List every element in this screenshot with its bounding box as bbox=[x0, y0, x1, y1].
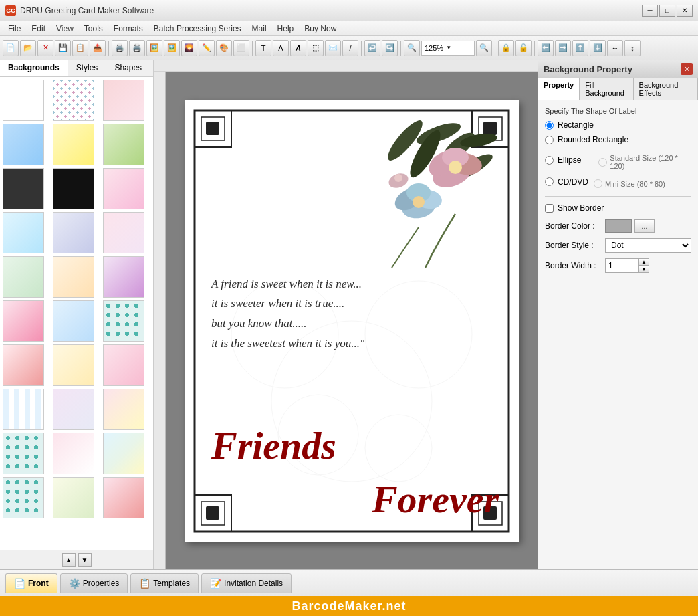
bg-thumb-24[interactable] bbox=[103, 389, 144, 430]
bg-thumb-11[interactable] bbox=[53, 212, 94, 253]
scroll-up[interactable]: ▲ bbox=[62, 553, 76, 567]
radio-mini-size[interactable] bbox=[594, 179, 602, 188]
border-color-swatch[interactable] bbox=[605, 219, 632, 233]
toolbar-save[interactable]: 💾 bbox=[55, 40, 71, 56]
bg-thumb-7[interactable] bbox=[3, 168, 44, 209]
menu-file[interactable]: File bbox=[3, 23, 26, 35]
bg-thumb-25[interactable] bbox=[3, 433, 44, 474]
toolbar-line[interactable]: / bbox=[342, 40, 358, 56]
toolbar-zoomin[interactable]: 🔍 bbox=[404, 40, 420, 56]
minimize-button[interactable]: ─ bbox=[642, 5, 658, 17]
toolbar-redo[interactable]: ↪️ bbox=[382, 40, 398, 56]
show-border-checkbox[interactable] bbox=[545, 204, 554, 213]
bg-thumb-22[interactable] bbox=[3, 389, 44, 430]
toolbar-open[interactable]: 📂 bbox=[20, 40, 36, 56]
toolbar-back[interactable]: ⬅️ bbox=[538, 40, 554, 56]
zoom-dropdown[interactable]: ▼ bbox=[446, 45, 451, 51]
toolbar-color[interactable]: 🎨 bbox=[216, 40, 232, 56]
border-color-picker-button[interactable]: ... bbox=[634, 219, 655, 233]
toolbar-print[interactable]: 🖨️ bbox=[112, 40, 128, 56]
toolbar-close-file[interactable]: ✕ bbox=[37, 40, 53, 56]
menu-help[interactable]: Help bbox=[272, 23, 300, 35]
menu-edit[interactable]: Edit bbox=[26, 23, 51, 35]
bg-thumb-1[interactable] bbox=[3, 80, 44, 121]
scroll-down[interactable]: ▼ bbox=[78, 553, 92, 567]
prop-tab-property[interactable]: Property bbox=[538, 78, 580, 100]
bg-thumb-17[interactable] bbox=[53, 300, 94, 342]
toolbar-save-as[interactable]: 📋 bbox=[72, 40, 88, 56]
toolbar-fwd[interactable]: ➡️ bbox=[555, 40, 571, 56]
bg-thumb-13[interactable] bbox=[3, 256, 44, 298]
toolbar-flip[interactable]: ↔️ bbox=[607, 40, 623, 56]
bg-thumb-5[interactable] bbox=[53, 124, 94, 165]
bg-thumb-8[interactable] bbox=[53, 168, 94, 209]
bottom-tab-front[interactable]: 📄 Front bbox=[5, 573, 57, 593]
menu-view[interactable]: View bbox=[51, 23, 79, 35]
backgrounds-scroll[interactable] bbox=[0, 77, 153, 550]
toolbar-email[interactable]: ✉️ bbox=[325, 40, 341, 56]
toolbar-img[interactable]: 🖼️ bbox=[146, 40, 162, 56]
menu-tools[interactable]: Tools bbox=[79, 23, 108, 35]
toolbar-new[interactable]: 📄 bbox=[3, 40, 19, 56]
toolbar-text[interactable]: T bbox=[255, 40, 271, 56]
bg-thumb-6[interactable] bbox=[103, 124, 144, 165]
bottom-tab-properties[interactable]: ⚙️ Properties bbox=[60, 573, 128, 593]
bg-thumb-23[interactable] bbox=[53, 389, 94, 430]
prop-tab-fill[interactable]: Fill Background bbox=[580, 78, 633, 100]
bottom-tab-templates[interactable]: 📋 Templates bbox=[130, 573, 199, 593]
bg-thumb-20[interactable] bbox=[53, 344, 94, 386]
toolbar-img2[interactable]: 🖼️ bbox=[164, 40, 180, 56]
toolbar-print2[interactable]: 🖨️ bbox=[129, 40, 145, 56]
toolbar-barcode[interactable]: ⬚ bbox=[308, 40, 324, 56]
menu-formats[interactable]: Formats bbox=[108, 23, 148, 35]
radio-ellipse[interactable] bbox=[545, 156, 554, 165]
bg-thumb-30[interactable] bbox=[103, 477, 144, 518]
bg-thumb-3[interactable] bbox=[103, 80, 144, 121]
tab-shapes[interactable]: Shapes bbox=[106, 60, 150, 76]
toolbar-text2[interactable]: A bbox=[273, 40, 289, 56]
prop-tab-effects[interactable]: Background Effects bbox=[634, 78, 698, 100]
bg-thumb-14[interactable] bbox=[53, 256, 94, 298]
toolbar-lock2[interactable]: 🔓 bbox=[515, 40, 532, 56]
bg-thumb-9[interactable] bbox=[103, 168, 144, 209]
bg-thumb-4[interactable] bbox=[3, 124, 44, 165]
toolbar-pencil[interactable]: ✏️ bbox=[199, 40, 215, 56]
radio-rounded-rectangle[interactable] bbox=[545, 136, 554, 144]
toolbar-img3[interactable]: 🌄 bbox=[181, 40, 197, 56]
bg-thumb-28[interactable] bbox=[3, 477, 44, 518]
bg-thumb-10[interactable] bbox=[3, 212, 44, 253]
bg-thumb-21[interactable] bbox=[103, 344, 144, 386]
bg-thumb-27[interactable] bbox=[103, 433, 144, 474]
canvas-container[interactable]: A friend is sweet when it is new... it i… bbox=[166, 72, 538, 569]
bg-thumb-29[interactable] bbox=[53, 477, 94, 518]
bottom-tab-invitation[interactable]: 📝 Invitation Details bbox=[201, 573, 292, 593]
bg-thumb-2[interactable] bbox=[53, 80, 94, 121]
toolbar-wordart[interactable]: A bbox=[290, 40, 306, 56]
radio-cddvd[interactable] bbox=[545, 177, 554, 186]
toolbar-export[interactable]: 📤 bbox=[90, 40, 106, 56]
spinner-up[interactable]: ▲ bbox=[638, 258, 649, 266]
menu-mail[interactable]: Mail bbox=[247, 23, 272, 35]
toolbar-shape[interactable]: ⬜ bbox=[233, 40, 249, 56]
toolbar-down[interactable]: ⬇️ bbox=[590, 40, 606, 56]
toolbar-up[interactable]: ⬆️ bbox=[572, 40, 588, 56]
radio-standard-size[interactable] bbox=[598, 158, 607, 167]
toolbar-lock[interactable]: 🔒 bbox=[498, 40, 514, 56]
bg-thumb-26[interactable] bbox=[53, 433, 94, 474]
spinner-down[interactable]: ▼ bbox=[638, 266, 649, 273]
tab-styles[interactable]: Styles bbox=[68, 60, 107, 76]
bg-thumb-16[interactable] bbox=[3, 300, 44, 342]
toolbar-flip2[interactable]: ↕️ bbox=[624, 40, 641, 56]
bg-thumb-15[interactable] bbox=[103, 256, 144, 298]
tab-backgrounds[interactable]: Backgrounds bbox=[0, 60, 68, 76]
close-button[interactable]: ✕ bbox=[677, 5, 693, 17]
border-style-select[interactable]: Solid Dot Dash DashDot bbox=[605, 238, 691, 253]
bg-thumb-12[interactable] bbox=[103, 212, 144, 253]
menu-batch[interactable]: Batch Processing Series bbox=[148, 23, 247, 35]
toolbar-zoomout[interactable]: 🔍 bbox=[476, 40, 492, 56]
bg-thumb-18[interactable] bbox=[103, 300, 144, 342]
bg-thumb-19[interactable] bbox=[3, 344, 44, 386]
maximize-button[interactable]: □ bbox=[659, 5, 675, 17]
property-close-button[interactable]: ✕ bbox=[681, 63, 693, 75]
radio-rectangle[interactable] bbox=[545, 121, 554, 130]
